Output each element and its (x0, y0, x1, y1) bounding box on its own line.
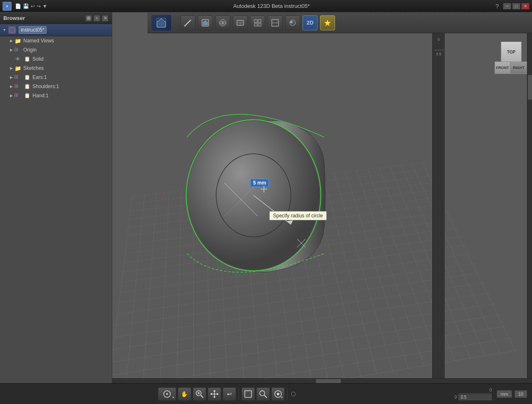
redo-icon[interactable]: ↪ (37, 3, 41, 9)
sketches-folder-icon: 📁 (14, 65, 22, 71)
move-button[interactable] (208, 387, 221, 401)
title-bar: 📄 💾 ↩ ↪ ▼ Autodesk 123D Beta instruct05*… (0, 0, 532, 12)
eye-icon: 👁 (14, 56, 22, 62)
svg-point-49 (260, 391, 265, 396)
svg-line-5 (185, 20, 191, 26)
shoulders-arrow[interactable]: ▶ (8, 84, 14, 89)
scroll-thumb-v[interactable] (528, 75, 532, 100)
browser-list-btn[interactable]: ≡ (94, 15, 100, 22)
origin-label: Origin (23, 47, 37, 53)
help-icon[interactable]: ? (495, 3, 499, 10)
svg-line-39 (201, 395, 203, 398)
highlight-button[interactable] (320, 15, 335, 30)
ears-arrow[interactable]: ▶ (8, 74, 14, 80)
cube-right-label: RIGHT (513, 66, 525, 70)
cube-front-label: FRONT (496, 66, 509, 70)
solid-folder-icon: 📋 (23, 56, 31, 62)
shoulders-label: Shoulders:1 (32, 84, 59, 89)
close-button[interactable]: ✕ (521, 3, 530, 10)
tree-item-ears[interactable]: ▶ ⊞ ✕ 📋 Ears:1 (0, 73, 112, 82)
svg-rect-24 (10, 27, 15, 32)
scroll-tool-button[interactable]: ▼ (271, 387, 285, 401)
bottom-sep-1 (239, 388, 239, 400)
bottom-sep-2 (287, 388, 288, 400)
vertical-scrollbar[interactable] (527, 33, 532, 378)
browser-panel: Browser ⊞ ≡ ✕ ▼ instruct05* ▶ 📁 Named Vi… (0, 12, 112, 383)
svg-rect-48 (245, 391, 251, 397)
app-title: Autodesk 123D Beta instruct05* (47, 3, 495, 9)
maximize-button[interactable]: □ (512, 3, 520, 10)
minimize-button[interactable]: ─ (503, 3, 511, 10)
cube-right-face[interactable]: RIGHT (510, 62, 527, 74)
tree-item-sketches[interactable]: ▶ 📁 Sketches (0, 64, 112, 73)
ears-label: Ears:1 (32, 74, 47, 80)
zoom-fit-button[interactable] (193, 387, 206, 401)
browser-title: Browser ⊞ ≡ ✕ (0, 12, 112, 24)
tree-item-solid[interactable]: 👁 📋 Solid (0, 54, 112, 64)
cube-front-face[interactable]: FRONT (495, 62, 510, 74)
ruler-h-label: 0 (490, 388, 492, 392)
browser-icon-btn[interactable]: ⊞ (85, 15, 92, 22)
solid-label: Solid (32, 56, 44, 62)
tree-item-origin[interactable]: ▶ ⊞ ✕ Origin (0, 45, 112, 54)
svg-marker-46 (210, 393, 212, 395)
quick-access: 📄 💾 ↩ ↪ ▼ (0, 2, 47, 11)
grid-view-button[interactable] (250, 15, 265, 30)
svg-rect-16 (258, 20, 261, 22)
svg-point-37 (166, 393, 168, 395)
tooltip-text: Specify radius of circle (273, 213, 323, 219)
zoom-button[interactable] (256, 387, 270, 401)
ruler-v-label: 0 (455, 395, 457, 399)
svg-point-11 (222, 22, 224, 24)
render-button[interactable] (285, 15, 300, 30)
root-label[interactable]: instruct05* (19, 26, 47, 34)
back-button[interactable]: ↩ (223, 387, 236, 401)
browser-close-btn[interactable]: ✕ (102, 15, 108, 22)
browser-controls: ⊞ ≡ ✕ (85, 15, 108, 22)
folder-icon: 📁 (14, 37, 22, 44)
viewport[interactable]: 5 mm Specify radius of circle + (112, 33, 532, 383)
tooltip-box: Specify radius of circle (269, 211, 327, 220)
browser-label: Browser (3, 15, 25, 21)
sketch-button[interactable] (180, 15, 195, 30)
save-icon[interactable]: 💾 (23, 3, 29, 9)
root-expand-arrow[interactable]: ▼ (2, 28, 6, 32)
bottom-toolbar: ▼ ✋ ↩ ▼ (0, 387, 455, 401)
home-menu-button[interactable] (151, 15, 172, 31)
unit-button[interactable]: mm (497, 390, 512, 398)
viewport-display-button[interactable] (241, 387, 255, 401)
tree-item-named-views[interactable]: ▶ 📁 Named Views (0, 36, 112, 45)
hand-arrow[interactable]: ▶ (8, 93, 14, 99)
origin-marker: + (163, 191, 165, 196)
cube-top-face[interactable]: TOP (501, 42, 522, 62)
orbit-button[interactable] (215, 15, 230, 30)
snap-button[interactable]: 10 (515, 390, 527, 398)
sketches-arrow[interactable]: ▶ (8, 65, 14, 71)
svg-line-50 (264, 395, 267, 398)
scroll-thumb-h[interactable] (316, 379, 341, 383)
tree-root-item[interactable]: ▼ instruct05* (0, 24, 112, 36)
named-views-arrow[interactable]: ▶ (8, 38, 14, 44)
origin-icon: ⊞ ✕ (14, 47, 22, 53)
hand-icon: ⊞ ✕ (14, 92, 22, 99)
svg-point-6 (184, 25, 186, 27)
main-toolbar: 2D (148, 12, 532, 33)
undo-icon[interactable]: ↩ (31, 3, 35, 9)
tile-view-button[interactable] (268, 15, 283, 30)
dropdown-icon[interactable]: ▼ (42, 3, 47, 9)
file-icon[interactable]: 📄 (15, 3, 21, 9)
2d-view-button[interactable]: 2D (303, 15, 318, 30)
cube-top-label: TOP (507, 50, 515, 54)
svg-rect-15 (254, 20, 257, 22)
tree-item-hand[interactable]: ▶ ⊞ ✕ 📋 Hand:1 (0, 91, 112, 100)
home-view-button[interactable] (198, 15, 213, 30)
circle-tool-button[interactable]: ▼ (158, 387, 176, 401)
origin-arrow[interactable]: ▶ (8, 47, 14, 53)
svg-point-52 (277, 393, 279, 395)
horizontal-scrollbar[interactable] (112, 378, 532, 383)
settings-button[interactable] (290, 391, 297, 397)
hand-folder-icon: 📋 (23, 92, 31, 99)
front-view-button[interactable] (233, 15, 248, 30)
pan-button[interactable]: ✋ (178, 387, 191, 401)
tree-item-shoulders[interactable]: ▶ ⊞ ✕ 📋 Shoulders:1 (0, 82, 112, 91)
